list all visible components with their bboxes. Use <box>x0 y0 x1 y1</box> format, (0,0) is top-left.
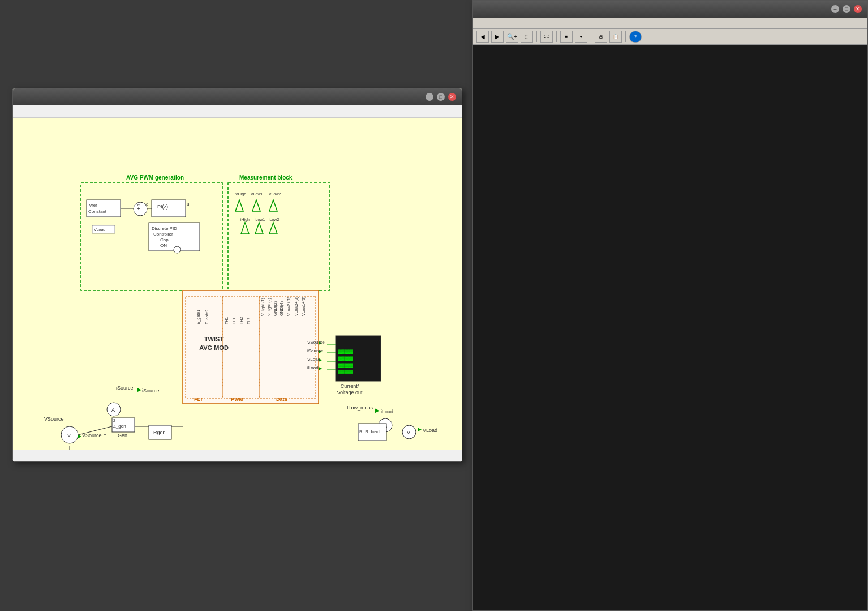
stop-button[interactable]: ■ <box>560 31 573 43</box>
svg-text:TWIST: TWIST <box>204 336 224 343</box>
svg-text:TL1: TL1 <box>232 318 236 324</box>
svg-text:E_gate2: E_gate2 <box>205 310 209 324</box>
svg-text:PI(z): PI(z) <box>157 204 168 210</box>
svg-text:Z_gen: Z_gen <box>113 424 126 429</box>
scope-minimize-button[interactable]: – <box>831 5 839 13</box>
simulink-canvas: AVG PWM generation Measurement block vre… <box>13 118 462 450</box>
back-button[interactable]: ◀ <box>476 31 489 43</box>
svg-text:VLow2: VLow2 <box>269 192 281 196</box>
svg-text:V: V <box>67 433 71 438</box>
svg-text:Constant: Constant <box>88 209 107 214</box>
svg-text:VLow1: VLow1 <box>251 192 263 196</box>
svg-text:GNDI(2): GNDI(2) <box>273 301 278 316</box>
svg-text:Discrete PID: Discrete PID <box>152 226 177 231</box>
svg-text:▶: ▶ <box>137 387 141 392</box>
svg-text:VLoad: VLoad <box>307 357 320 362</box>
pan-button[interactable]: ⛶ <box>540 31 553 43</box>
svg-text:PWM: PWM <box>231 396 243 402</box>
toolbar-separator <box>536 31 537 42</box>
svg-text:Data: Data <box>276 396 288 402</box>
svg-text:AVG PWM generation: AVG PWM generation <box>126 174 184 181</box>
scope-controls[interactable]: – □ ✕ <box>831 5 862 13</box>
forward-button[interactable]: ▶ <box>491 31 504 43</box>
svg-point-22 <box>174 246 181 253</box>
svg-text:V: V <box>407 430 410 435</box>
svg-text:R: R_load: R: R_load <box>359 429 380 434</box>
toolbar-separator-3 <box>591 31 591 42</box>
simulink-titlebar: – □ ✕ <box>13 88 462 105</box>
svg-text:TH1: TH1 <box>225 317 229 324</box>
svg-text:Gen: Gen <box>118 433 127 438</box>
minimize-button[interactable]: – <box>426 93 433 101</box>
svg-text:VSource: VSource <box>82 433 102 438</box>
svg-text:▶: ▶ <box>319 366 323 371</box>
toolbar-separator-4 <box>625 31 626 42</box>
svg-text:iLow1: iLow1 <box>255 217 265 221</box>
help-button[interactable]: ? <box>629 31 642 43</box>
print-button[interactable]: 🖨 <box>595 31 607 43</box>
svg-text:Voltage out: Voltage out <box>337 390 363 395</box>
svg-text:VLow2+(1): VLow2+(1) <box>287 297 291 316</box>
export-button[interactable]: 📋 <box>609 31 622 43</box>
scope-plots <box>473 45 867 608</box>
simulink-window: – □ ✕ AVG PWM generation Measurement blo… <box>12 88 462 462</box>
svg-text:E_gate1: E_gate1 <box>196 310 201 324</box>
svg-text:iSource: iSource <box>116 385 134 391</box>
scope-menubar <box>473 18 867 29</box>
toolbar-separator-2 <box>556 31 557 42</box>
svg-text:FLT: FLT <box>194 396 203 402</box>
svg-text:VLoad: VLoad <box>94 228 105 232</box>
svg-text:vref: vref <box>89 203 97 208</box>
svg-text:VLow2+(2): VLow2+(2) <box>294 297 299 316</box>
svg-text:iLoad: iLoad <box>307 365 319 370</box>
close-button[interactable]: ✕ <box>448 93 456 101</box>
svg-text:2: 2 <box>113 418 115 422</box>
x-axis-title <box>473 608 867 610</box>
scope-toolbar: ◀ ▶ 🔍+ ⬚ ⛶ ■ ● 🖨 📋 ? <box>473 29 867 45</box>
svg-text:VLow1+(2): VLow1+(2) <box>302 297 306 316</box>
zoom-in-button[interactable]: 🔍+ <box>506 31 518 43</box>
simulink-statusbar <box>13 450 462 461</box>
svg-text:▓▓▓▓▓: ▓▓▓▓▓ <box>338 356 353 361</box>
svg-text:VHigh+(2): VHigh+(2) <box>267 298 272 316</box>
svg-text:▶: ▶ <box>418 426 422 432</box>
svg-text:▶: ▶ <box>375 407 380 413</box>
svg-text:e: e <box>137 203 140 207</box>
svg-text:iLow2: iLow2 <box>269 217 279 221</box>
svg-text:VHigh: VHigh <box>235 192 246 196</box>
run-button[interactable]: ● <box>575 31 587 43</box>
svg-text:▓▓▓▓▓: ▓▓▓▓▓ <box>338 363 353 368</box>
svg-text:+: + <box>104 432 106 438</box>
svg-text:TH2: TH2 <box>239 317 243 324</box>
svg-text:iSource: iSource <box>307 348 323 353</box>
svg-text:Current/: Current/ <box>341 383 359 389</box>
svg-text:▓▓▓▓▓: ▓▓▓▓▓ <box>338 349 353 354</box>
maximize-button[interactable]: □ <box>437 93 445 101</box>
svg-text:Measurement block: Measurement block <box>239 174 293 181</box>
svg-text:Cap: Cap <box>160 237 169 242</box>
svg-text:GNDI(4): GNDI(4) <box>280 301 284 316</box>
diagram-desc <box>19 126 456 151</box>
scope-titlebar: – □ ✕ <box>473 1 867 18</box>
svg-text:Rgen: Rgen <box>153 430 166 435</box>
svg-text:▓▓▓▓▓: ▓▓▓▓▓ <box>338 370 353 374</box>
svg-text:Controller: Controller <box>153 232 173 237</box>
svg-point-8 <box>134 202 147 216</box>
svg-text:u: u <box>187 202 189 207</box>
svg-text:ILow_meas: ILow_meas <box>347 405 373 411</box>
zoom-out-button[interactable]: ⬚ <box>521 31 533 43</box>
svg-text:e: e <box>146 202 149 207</box>
window-controls-right[interactable]: – □ ✕ <box>426 93 456 101</box>
simulink-menubar <box>13 105 462 118</box>
svg-text:VLoad: VLoad <box>423 428 437 433</box>
block-diagram: AVG PWM generation Measurement block vre… <box>13 166 454 450</box>
svg-text:TL2: TL2 <box>247 318 251 324</box>
svg-rect-11 <box>152 200 186 217</box>
svg-text:AVG MOD: AVG MOD <box>199 344 229 351</box>
svg-text:VSource: VSource <box>44 416 64 422</box>
scope-close-button[interactable]: ✕ <box>854 5 862 13</box>
scope-maximize-button[interactable]: □ <box>843 5 850 13</box>
svg-text:VHigh+(1): VHigh+(1) <box>261 298 265 316</box>
svg-text:iLoad: iLoad <box>381 409 393 415</box>
svg-text:iSource: iSource <box>142 388 160 394</box>
